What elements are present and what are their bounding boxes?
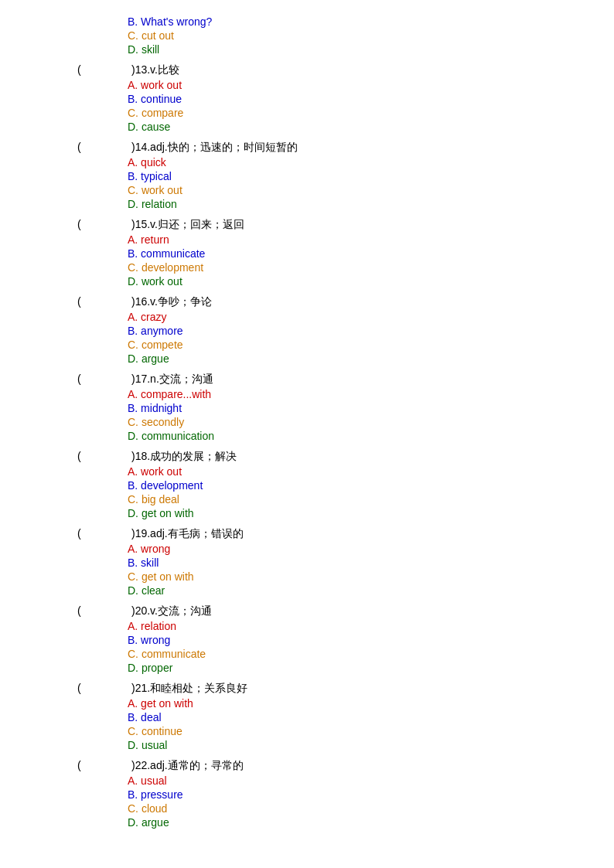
question-16-option-c: C. compete [128,339,614,351]
paren-left-14: ( [77,141,89,153]
content-area: B. What's wrong? C. cut out D. skill ( )… [0,15,614,829]
question-19-options: A. wrongB. skillC. get on withD. clear [0,543,614,597]
question-22-option-d: D. argue [128,816,614,829]
paren-left-16: ( [77,295,89,308]
question-13-header: ( )13.v.比较 [0,63,614,77]
blank-16 [89,295,131,308]
top-partial-options: B. What's wrong? C. cut out D. skill [0,15,614,56]
question-16-header: ( )16.v.争吵；争论 [0,295,614,309]
question-14-option-d: D. relation [128,198,614,210]
paren-left-17: ( [77,373,89,385]
question-15-option-a: A. return [128,233,614,246]
question-17-option-a: A. compare...with [128,388,614,400]
question-19-header: ( )19.adj.有毛病；错误的 [0,527,614,541]
question-20-option-d: D. proper [128,662,614,674]
question-20-header: ( )20.v.交流；沟通 [0,604,614,618]
paren-left-22: ( [77,759,89,771]
paren-left-21: ( [77,682,89,694]
question-22-label: )22.adj.通常的；寻常的 [131,759,244,773]
question-22-option-a: A. usual [128,774,614,787]
blank-15 [89,218,131,230]
option-d-skill: D. skill [128,43,614,56]
question-15-options: A. returnB. communicateC. developmentD. … [0,233,614,288]
question-21-option-c: C. continue [128,725,614,737]
paren-left-18: ( [77,450,89,462]
question-16-option-a: A. crazy [128,311,614,323]
question-20-option-c: C. communicate [128,648,614,660]
question-13-options: A. work outB. continueC. compareD. cause [0,79,614,133]
question-17-header: ( )17.n.交流；沟通 [0,373,614,386]
question-19-option-c: C. get on with [128,570,614,583]
blank-13 [89,63,131,76]
paren-left-13: ( [77,63,89,76]
question-19-label: )19.adj.有毛病；错误的 [131,527,244,541]
blank-14 [89,141,131,153]
question-21-label: )21.和睦相处；关系良好 [131,682,247,696]
question-18-header: ( )18.成功的发展；解决 [0,450,614,464]
question-16-label: )16.v.争吵；争论 [131,295,212,309]
question-20-label: )20.v.交流；沟通 [131,604,212,618]
question-14-header: ( )14.adj.快的；迅速的；时间短暂的 [0,141,614,155]
question-15-option-c: C. development [128,261,614,274]
question-21-option-a: A. get on with [128,697,614,710]
blank-21 [89,682,131,694]
question-22-option-c: C. cloud [128,802,614,815]
question-17-option-d: D. communication [128,430,614,442]
question-21-option-b: B. deal [128,711,614,723]
question-17-option-c: C. secondly [128,416,614,428]
question-18-option-a: A. work out [128,465,614,478]
blank-17 [89,373,131,385]
question-19-option-a: A. wrong [128,543,614,555]
question-19-option-b: B. skill [128,557,614,569]
questions-list: ( )13.v.比较 A. work outB. continueC. comp… [0,63,614,829]
question-18-options: A. work outB. developmentC. big dealD. g… [0,465,614,519]
question-17-options: A. compare...withB. midnightC. secondlyD… [0,388,614,442]
blank-22 [89,759,131,771]
blank-18 [89,450,131,462]
question-21-options: A. get on withB. dealC. continueD. usual [0,697,614,751]
question-16-option-d: D. argue [128,352,614,365]
blank-20 [89,604,131,617]
question-13-option-d: D. cause [128,121,614,133]
question-15-option-d: D. work out [128,275,614,288]
question-22-header: ( )22.adj.通常的；寻常的 [0,759,614,773]
question-22-options: A. usualB. pressureC. cloudD. argue [0,774,614,829]
question-15-option-b: B. communicate [128,247,614,260]
question-13-option-c: C. compare [128,107,614,119]
question-19-option-d: D. clear [128,584,614,597]
question-14-label: )14.adj.快的；迅速的；时间短暂的 [131,141,298,155]
question-14-option-c: C. work out [128,184,614,196]
question-20-option-b: B. wrong [128,634,614,646]
question-21-option-d: D. usual [128,739,614,751]
blank-19 [89,527,131,540]
question-16-options: A. crazyB. anymoreC. competeD. argue [0,311,614,365]
paren-left-15: ( [77,218,89,230]
question-14-option-a: A. quick [128,156,614,168]
question-17-option-b: B. midnight [128,402,614,414]
paren-left-20: ( [77,604,89,617]
paren-left-19: ( [77,527,89,540]
question-15-label: )15.v.归还；回来；返回 [131,218,244,232]
question-15-header: ( )15.v.归还；回来；返回 [0,218,614,232]
question-18-option-b: B. development [128,479,614,492]
option-b-whats-wrong: B. What's wrong? [128,15,614,28]
question-14-options: A. quickB. typicalC. work outD. relation [0,156,614,210]
question-13-option-a: A. work out [128,79,614,91]
question-13-option-b: B. continue [128,93,614,105]
question-16-option-b: B. anymore [128,325,614,337]
question-18-option-d: D. get on with [128,507,614,519]
option-c-cut-out: C. cut out [128,29,614,42]
question-17-label: )17.n.交流；沟通 [131,373,213,386]
question-18-label: )18.成功的发展；解决 [131,450,237,464]
question-14-option-b: B. typical [128,170,614,182]
question-21-header: ( )21.和睦相处；关系良好 [0,682,614,696]
question-13-label: )13.v.比较 [131,63,179,77]
question-20-options: A. relationB. wrongC. communicateD. prop… [0,620,614,674]
question-18-option-c: C. big deal [128,493,614,505]
question-20-option-a: A. relation [128,620,614,632]
question-22-option-b: B. pressure [128,788,614,801]
